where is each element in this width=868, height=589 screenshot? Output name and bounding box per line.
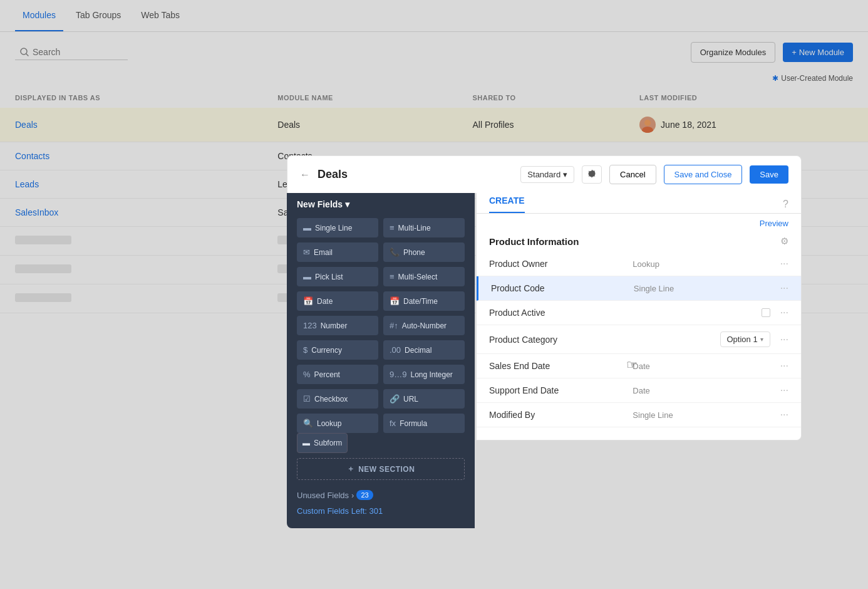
field-type-date-time[interactable]: 📅Date/Time (383, 291, 465, 311)
checkbox-widget[interactable] (762, 308, 770, 317)
field-icon: fx (390, 419, 396, 428)
save-close-button[interactable]: Save and Close (664, 165, 743, 184)
gear-icon (587, 169, 596, 178)
field-type-auto-number[interactable]: #↑Auto-Number (383, 316, 465, 335)
create-fields: Product OwnerLookup···Product CodeSingle… (477, 252, 801, 427)
section-header: Product Information ⚙ (477, 228, 801, 252)
subform-icon: ▬ (302, 439, 310, 447)
field-more-button[interactable]: ··· (780, 283, 788, 294)
field-type-label: Single Line (633, 410, 770, 420)
create-field-row: Sales End DateDate··· (477, 354, 801, 378)
save-button[interactable]: Save (750, 165, 788, 184)
field-type-single-line[interactable]: ▬Single Line (297, 218, 378, 237)
new-fields-panel: New Fields ▾ ▬Single Line≡Multi-Line✉Ema… (287, 187, 475, 528)
section-gear-icon[interactable]: ⚙ (780, 236, 788, 247)
field-type-url[interactable]: 🔗URL (383, 389, 465, 409)
field-type-date[interactable]: 📅Date (297, 291, 378, 311)
help-icon[interactable]: ? (783, 199, 788, 210)
cancel-button[interactable]: Cancel (609, 165, 656, 184)
field-icon: ≡ (390, 272, 395, 281)
dropdown-arrow-icon: ▾ (760, 336, 763, 343)
field-type-currency[interactable]: $Currency (297, 340, 378, 360)
field-type-pick-list[interactable]: ▬Pick List (297, 267, 378, 286)
field-icon: ≡ (390, 223, 395, 232)
section-title: Product Information (489, 236, 579, 247)
field-type-multi-line[interactable]: ≡Multi-Line (383, 218, 465, 237)
field-type-multi-select[interactable]: ≡Multi-Select (383, 267, 465, 286)
fields-grid: ▬Single Line≡Multi-Line✉Email📞Phone▬Pick… (297, 218, 465, 433)
field-icon: ▬ (303, 272, 311, 281)
field-type-checkbox[interactable]: ☑Checkbox (297, 389, 378, 409)
field-type-decimal[interactable]: .00Decimal (383, 340, 465, 360)
field-icon: $ (303, 345, 307, 355)
field-label: Sales End Date (489, 361, 626, 371)
field-label: Product Owner (489, 259, 626, 269)
field-icon: .00 (390, 345, 401, 355)
create-field-row: Product OwnerLookup··· (477, 252, 801, 276)
standard-dropdown[interactable]: Standard ▾ (520, 166, 574, 183)
field-type-long-integer[interactable]: 9…9Long Integer (383, 365, 465, 384)
field-type-label: Date (633, 362, 770, 371)
modal-back-button[interactable]: ← (300, 169, 310, 180)
field-icon: #↑ (390, 321, 398, 330)
field-more-button[interactable]: ··· (780, 334, 788, 345)
unused-count-badge: 23 (356, 490, 373, 500)
create-field-row: Product CategoryOption 1▾··· (477, 325, 801, 354)
field-label: Modified By (489, 410, 626, 420)
field-label: Support End Date (489, 385, 626, 395)
field-label: Product Active (489, 308, 755, 318)
field-icon: 📅 (303, 296, 313, 306)
field-type-label: Lookup (633, 259, 770, 269)
field-type-number[interactable]: 123Number (297, 316, 378, 335)
field-icon: 9…9 (390, 370, 406, 379)
field-icon: 🔍 (303, 419, 313, 428)
field-type-label: Single Line (634, 284, 770, 293)
field-icon: ✉ (303, 248, 310, 257)
subform-button[interactable]: ▬ Subform (297, 433, 348, 453)
field-label: Product Category (489, 335, 714, 345)
field-icon: ☑ (303, 394, 311, 404)
modal-gear-button[interactable] (582, 165, 602, 184)
field-type-label: Date (633, 386, 770, 395)
chevron-right-icon: › (351, 491, 354, 500)
main-page: ModulesTab GroupsWeb Tabs Organize Modul… (0, 0, 868, 589)
dropdown-widget[interactable]: Option 1▾ (720, 331, 770, 347)
field-more-button[interactable]: ··· (780, 258, 788, 269)
field-type-phone[interactable]: 📞Phone (383, 242, 465, 262)
field-type-percent[interactable]: %Percent (297, 365, 378, 384)
new-section-button[interactable]: ＋ NEW SECTION (297, 458, 465, 480)
field-type-email[interactable]: ✉Email (297, 242, 378, 262)
field-icon: 📅 (390, 296, 400, 306)
custom-fields-label: Custom Fields Left: 301 (297, 506, 465, 516)
plus-section-icon: ＋ (347, 464, 355, 474)
field-icon: % (303, 370, 311, 379)
field-label: Product Code (491, 283, 628, 293)
new-fields-title: New Fields ▾ (297, 199, 465, 209)
field-type-lookup[interactable]: 🔍Lookup (297, 414, 378, 433)
field-more-button[interactable]: ··· (780, 385, 788, 396)
chevron-down-icon: ▾ (563, 170, 567, 179)
field-type-formula[interactable]: fxFormula (383, 414, 465, 433)
create-panel: CREATE ? Preview Product Information ⚙ P… (476, 187, 802, 440)
field-more-button[interactable]: ··· (780, 307, 788, 318)
preview-link[interactable]: Preview (477, 214, 801, 228)
create-field-row: Support End DateDate··· (477, 378, 801, 403)
create-field-row: Product CodeSingle Line··· (477, 276, 801, 301)
field-more-button[interactable]: ··· (780, 360, 788, 372)
field-icon: ▬ (303, 223, 311, 232)
unused-fields-link[interactable]: Unused Fields › 23 (297, 490, 465, 500)
field-icon: 📞 (390, 248, 400, 257)
chevron-down-icon-fields: ▾ (345, 199, 349, 209)
field-icon: 🔗 (390, 394, 400, 404)
modal-title: Deals (318, 168, 513, 181)
create-tab[interactable]: CREATE (489, 195, 525, 213)
create-field-row: Product Active··· (477, 301, 801, 325)
field-more-button[interactable]: ··· (780, 409, 788, 420)
create-field-row: Modified BySingle Line··· (477, 403, 801, 427)
field-icon: 123 (303, 321, 317, 330)
modal-topbar: ← Deals Standard ▾ Cancel Save and Close… (287, 155, 802, 193)
